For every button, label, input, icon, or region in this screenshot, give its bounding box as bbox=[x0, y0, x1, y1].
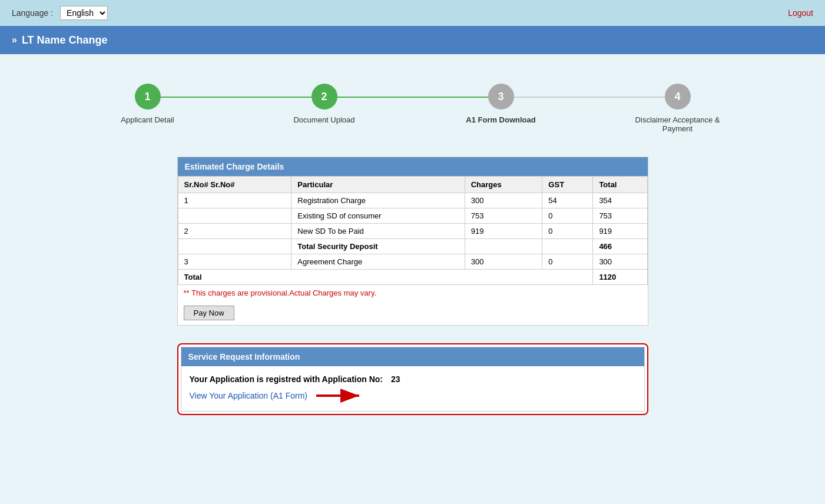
top-bar: Language : English Hindi Marathi Logout bbox=[0, 0, 825, 26]
step-3-line bbox=[514, 97, 665, 98]
col-total: Total bbox=[593, 177, 647, 193]
cell-gst: 0 bbox=[542, 254, 593, 270]
step-4-container: 4 Disclaimer Acceptance & Payment bbox=[589, 84, 766, 133]
cell-gst: 0 bbox=[542, 224, 593, 239]
view-application-link[interactable]: View Your Application (A1 Form) bbox=[190, 391, 308, 400]
col-srno: Sr.No# Sr.No# bbox=[178, 177, 291, 193]
cell-charges: 300 bbox=[465, 193, 542, 208]
cell-charges: 753 bbox=[465, 208, 542, 224]
total-value: 1120 bbox=[593, 270, 647, 285]
service-request-inner: Service Request Information Your Applica… bbox=[181, 347, 645, 412]
step-4-label: Disclaimer Acceptance & Payment bbox=[631, 115, 725, 133]
step-progress: 1 Applicant Detail 2 Document Upload 3 A… bbox=[59, 84, 766, 133]
cell-particular: Agreement Charge bbox=[291, 254, 465, 270]
total-label: Total bbox=[178, 270, 593, 285]
language-select[interactable]: English Hindi Marathi bbox=[60, 6, 108, 20]
step-1-line bbox=[161, 97, 312, 98]
cell-total: 300 bbox=[593, 254, 647, 270]
cell-total: 354 bbox=[593, 193, 647, 208]
cell-charges bbox=[465, 239, 542, 254]
table-row: Total Security Deposit466 bbox=[178, 239, 647, 254]
cell-srno bbox=[178, 239, 291, 254]
app-registered-line: Your Application is registred with Appli… bbox=[190, 374, 636, 384]
application-number: 23 bbox=[391, 374, 400, 384]
step-2-circle: 2 bbox=[312, 84, 337, 110]
cell-srno: 2 bbox=[178, 224, 291, 239]
step-3-container: 3 A1 Form Download bbox=[413, 84, 589, 124]
step-1-container: 1 Applicant Detail bbox=[59, 84, 236, 124]
table-row: 1Registration Charge30054354 bbox=[178, 193, 647, 208]
table-row: 3Agreement Charge3000300 bbox=[178, 254, 647, 270]
cell-particular: Existing SD of consumer bbox=[291, 208, 465, 224]
step-3-circle: 3 bbox=[488, 84, 514, 110]
cell-particular: Registration Charge bbox=[291, 193, 465, 208]
cell-charges: 919 bbox=[465, 224, 542, 239]
cell-charges: 300 bbox=[465, 254, 542, 270]
step-2-line bbox=[337, 97, 488, 98]
col-gst: GST bbox=[542, 177, 593, 193]
cell-srno bbox=[178, 208, 291, 224]
service-request-body: Your Application is registred with Appli… bbox=[181, 366, 644, 411]
step-2-container: 2 Document Upload bbox=[236, 84, 413, 124]
cell-particular: New SD To be Paid bbox=[291, 224, 465, 239]
cell-gst bbox=[542, 239, 593, 254]
step-1-label: Applicant Detail bbox=[121, 115, 174, 124]
pay-now-row: Pay Now bbox=[178, 301, 648, 325]
service-request-wrapper: Service Request Information Your Applica… bbox=[177, 343, 648, 415]
service-request-header: Service Request Information bbox=[181, 347, 644, 366]
step-2-label: Document Upload bbox=[293, 115, 354, 124]
cell-particular: Total Security Deposit bbox=[291, 239, 465, 254]
content-area: Estimated Charge Details Sr.No# Sr.No# P… bbox=[177, 157, 648, 415]
col-particular: Particular bbox=[291, 177, 465, 193]
cell-gst: 54 bbox=[542, 193, 593, 208]
red-arrow-icon bbox=[313, 389, 366, 403]
cell-total: 753 bbox=[593, 208, 647, 224]
header-arrows: » bbox=[12, 35, 17, 45]
page-title: LT Name Change bbox=[22, 34, 108, 47]
pay-now-button[interactable]: Pay Now bbox=[184, 306, 234, 320]
step-3-label: A1 Form Download bbox=[466, 115, 535, 124]
cell-srno: 3 bbox=[178, 254, 291, 270]
table-row: Existing SD of consumer7530753 bbox=[178, 208, 647, 224]
main-content: 1 Applicant Detail 2 Document Upload 3 A… bbox=[0, 54, 825, 433]
charge-details-section: Estimated Charge Details Sr.No# Sr.No# P… bbox=[177, 157, 648, 326]
provisional-note: ** This charges are provisional.Actual C… bbox=[178, 285, 648, 301]
table-row: 2New SD To be Paid9190919 bbox=[178, 224, 647, 239]
cell-srno: 1 bbox=[178, 193, 291, 208]
step-1-circle: 1 bbox=[135, 84, 161, 110]
language-label: Language : bbox=[12, 8, 53, 18]
registered-text: Your Application is registred with Appli… bbox=[190, 374, 383, 384]
charge-details-header: Estimated Charge Details bbox=[178, 157, 648, 176]
cell-total: 466 bbox=[593, 239, 647, 254]
logout-link[interactable]: Logout bbox=[788, 8, 813, 18]
header-bar: » LT Name Change bbox=[0, 26, 825, 54]
charge-table: Sr.No# Sr.No# Particular Charges GST Tot… bbox=[178, 176, 648, 285]
cell-total: 919 bbox=[593, 224, 647, 239]
step-4-circle: 4 bbox=[665, 84, 691, 110]
cell-gst: 0 bbox=[542, 208, 593, 224]
view-application-row: View Your Application (A1 Form) bbox=[190, 389, 636, 403]
col-charges: Charges bbox=[465, 177, 542, 193]
